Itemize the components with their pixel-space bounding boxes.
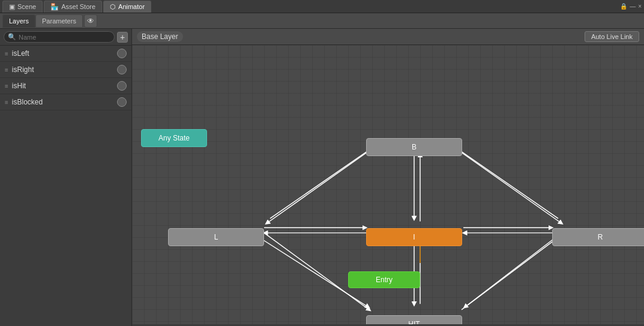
tab-layers[interactable]: Layers (2, 14, 35, 28)
lock-icon: 🔒 (620, 3, 627, 10)
param-item-isBlocked[interactable]: ≡ isBlocked (0, 94, 131, 110)
i-state-node[interactable]: I (366, 228, 462, 246)
l-state-node[interactable]: L (168, 228, 264, 246)
animator-icon: ⬡ (110, 3, 116, 11)
title-bar: ▣ Scene 🏪 Asset Store ⬡ Animator 🔒 — × (0, 0, 644, 13)
graph-toolbar: Base Layer Auto Live Link (132, 29, 644, 45)
handle-icon: ≡ (5, 67, 8, 73)
graph-area: Base Layer Auto Live Link (132, 29, 644, 326)
handle-icon: ≡ (5, 83, 8, 89)
main-container: Layers Parameters 👁 🔍 + ≡ (0, 13, 644, 326)
tab-parameters[interactable]: Parameters (35, 14, 83, 28)
param-toggle-isBlocked[interactable] (117, 97, 127, 107)
parameter-list: ≡ isLeft ≡ isRight ≡ isHit (0, 46, 131, 326)
svg-line-6 (459, 151, 561, 223)
param-toggle-isRight[interactable] (117, 65, 127, 74)
svg-line-13 (465, 239, 554, 307)
scene-icon: ▣ (9, 3, 15, 11)
sidebar: 🔍 + ≡ isLeft ≡ isRight (0, 29, 132, 326)
svg-line-7 (456, 148, 558, 218)
svg-line-4 (267, 151, 369, 223)
handle-icon: ≡ (5, 50, 8, 57)
tab-animator[interactable]: ⬡ Animator (103, 1, 151, 13)
search-input[interactable] (19, 34, 110, 41)
add-parameter-button[interactable]: + (117, 32, 128, 43)
tab-asset-store[interactable]: 🏪 Asset Store (44, 1, 102, 13)
asset-store-icon: 🏪 (50, 3, 59, 11)
content-area: 🔍 + ≡ isLeft ≡ isRight (0, 29, 644, 326)
tab-scene[interactable]: ▣ Scene (2, 1, 43, 13)
any-state-node[interactable]: Any State (141, 129, 207, 147)
minimize-icon[interactable]: — (630, 3, 636, 10)
entry-state-node[interactable]: Entry (348, 271, 420, 288)
auto-live-link-button[interactable]: Auto Live Link (585, 31, 639, 42)
b-state-node[interactable]: B (366, 138, 462, 156)
svg-line-18 (462, 233, 564, 310)
param-toggle-isHit[interactable] (117, 81, 127, 91)
close-icon[interactable]: × (638, 3, 642, 10)
search-icon: 🔍 (8, 33, 16, 41)
graph-canvas[interactable]: Any State B L I R (132, 45, 644, 324)
search-box[interactable]: 🔍 (4, 31, 115, 43)
svg-line-5 (270, 148, 372, 218)
param-item-isHit[interactable]: ≡ isHit (0, 78, 131, 94)
eye-button[interactable]: 👁 (84, 14, 97, 28)
param-item-isLeft[interactable]: ≡ isLeft (0, 46, 131, 62)
eye-icon: 👁 (87, 17, 94, 25)
param-toggle-isLeft[interactable] (117, 49, 127, 58)
handle-icon: ≡ (5, 99, 8, 106)
r-state-node[interactable]: R (552, 228, 644, 246)
sub-toolbar: Layers Parameters 👁 (0, 13, 644, 29)
window-controls: 🔒 — × (620, 3, 642, 10)
hit-state-node[interactable]: HIT (366, 315, 462, 324)
breadcrumb: Base Layer (137, 31, 183, 42)
sidebar-header: 🔍 + (0, 29, 131, 46)
param-item-isRight[interactable]: ≡ isRight (0, 62, 131, 78)
